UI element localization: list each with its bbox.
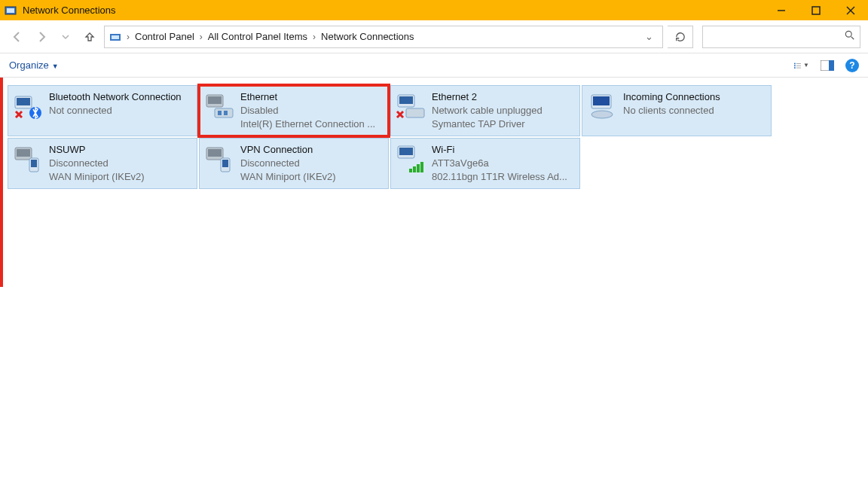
organize-label: Organize [9, 59, 49, 71]
connection-status: Not connected [49, 104, 192, 117]
location-icon [109, 31, 121, 43]
command-bar: Organize▼ ▼ ? [0, 53, 868, 78]
svg-point-31 [591, 111, 613, 118]
connection-name: VPN Connection [240, 143, 384, 157]
view-options-button[interactable]: ▼ [794, 58, 809, 73]
address-dropdown[interactable]: ⌄ [640, 31, 658, 42]
svg-rect-33 [17, 149, 30, 157]
svg-rect-27 [399, 96, 413, 104]
search-box[interactable] [702, 26, 860, 48]
organize-menu[interactable]: Organize▼ [9, 59, 59, 71]
svg-rect-30 [593, 96, 610, 105]
svg-rect-12 [794, 67, 796, 69]
connection-status: Disconnected [240, 157, 384, 170]
window-controls [764, 0, 868, 20]
nav-bar: › Control Panel › All Control Panel Item… [0, 20, 868, 53]
connection-status: Network cable unplugged [432, 104, 575, 117]
vpn-icon [204, 143, 234, 175]
search-icon [845, 30, 855, 43]
connection-item-nsuwp[interactable]: NSUWP Disconnected WAN Miniport (IKEv2) [8, 138, 197, 189]
connection-name: NSUWP [49, 143, 192, 157]
svg-rect-11 [794, 65, 796, 66]
window-title: Network Connections [23, 5, 764, 16]
recent-dropdown[interactable] [56, 27, 75, 47]
svg-rect-24 [218, 111, 222, 115]
chevron-right-icon: › [124, 32, 132, 42]
connection-item-vpn[interactable]: VPN Connection Disconnected WAN Miniport… [199, 138, 389, 189]
ethernet-icon [204, 90, 234, 122]
connection-name: Ethernet 2 [432, 90, 575, 104]
connection-driver: Symantec TAP Driver [432, 117, 575, 131]
svg-rect-43 [413, 166, 416, 172]
svg-point-8 [845, 31, 851, 37]
connection-status: ATT3aVge6a [432, 157, 575, 170]
content-area: Bluetooth Network Connection Not connect… [0, 78, 868, 488]
connection-name: Ethernet [240, 90, 384, 104]
svg-rect-1 [7, 8, 14, 13]
svg-rect-25 [224, 111, 228, 115]
vpn-icon [13, 143, 43, 175]
connection-item-incoming[interactable]: Incoming Connections No clients connecte… [582, 85, 772, 136]
up-button[interactable] [80, 27, 99, 47]
back-button[interactable] [8, 27, 27, 47]
preview-pane-button[interactable] [820, 58, 835, 73]
wifi-icon [396, 143, 426, 175]
chevron-right-icon: › [197, 32, 205, 42]
svg-rect-39 [222, 160, 228, 167]
ethernet-unplugged-icon [396, 90, 426, 122]
breadcrumb-root[interactable]: Control Panel [135, 31, 194, 42]
close-button[interactable] [833, 0, 868, 20]
svg-rect-44 [417, 164, 420, 172]
connections-grid: Bluetooth Network Connection Not connect… [3, 81, 865, 194]
svg-rect-19 [17, 98, 30, 105]
connection-driver: WAN Miniport (IKEv2) [240, 170, 384, 184]
svg-line-9 [851, 37, 854, 40]
connection-status: Disconnected [49, 157, 192, 170]
control-panel-icon [5, 5, 17, 17]
refresh-button[interactable] [668, 26, 693, 48]
chevron-down-icon: ▼ [52, 63, 59, 70]
help-button[interactable]: ? [845, 59, 859, 72]
connection-status: Disabled [240, 104, 384, 117]
breadcrumb-leaf[interactable]: Network Connections [321, 31, 414, 42]
svg-rect-45 [420, 162, 423, 172]
address-bar[interactable]: › Control Panel › All Control Panel Item… [104, 26, 663, 48]
connection-item-bluetooth[interactable]: Bluetooth Network Connection Not connect… [8, 85, 197, 136]
connection-item-ethernet-2[interactable]: Ethernet 2 Network cable unplugged Syman… [390, 85, 580, 136]
connection-name: Wi-Fi [432, 143, 575, 157]
annotation-left-bar [0, 78, 3, 287]
svg-rect-37 [208, 149, 222, 157]
svg-rect-22 [208, 96, 222, 104]
connection-item-wifi[interactable]: Wi-Fi ATT3aVge6a 802.11bgn 1T1R Wireless… [390, 138, 580, 189]
svg-rect-17 [829, 60, 834, 71]
forward-button[interactable] [32, 27, 51, 47]
svg-rect-42 [409, 169, 412, 172]
title-bar: Network Connections [0, 0, 868, 20]
connection-driver: Intel(R) Ethernet Connection ... [240, 117, 384, 131]
svg-rect-41 [399, 148, 413, 155]
svg-rect-7 [112, 35, 119, 39]
svg-rect-10 [794, 63, 796, 64]
bluetooth-network-icon [13, 90, 43, 122]
breadcrumb-mid[interactable]: All Control Panel Items [208, 31, 307, 42]
svg-rect-35 [31, 160, 37, 167]
connection-driver: 802.11bgn 1T1R Wireless Ad... [432, 170, 575, 184]
connection-driver: WAN Miniport (IKEv2) [49, 170, 192, 184]
incoming-connections-icon [587, 90, 617, 122]
chevron-right-icon: › [310, 32, 318, 42]
connection-name: Bluetooth Network Connection [49, 90, 192, 104]
connection-status: No clients connected [623, 104, 766, 117]
connection-item-ethernet[interactable]: Ethernet Disabled Intel(R) Ethernet Conn… [199, 85, 389, 136]
maximize-button[interactable] [799, 0, 833, 20]
connection-name: Incoming Connections [623, 90, 766, 104]
svg-rect-28 [406, 108, 424, 117]
minimize-button[interactable] [764, 0, 799, 20]
svg-rect-3 [812, 7, 820, 14]
